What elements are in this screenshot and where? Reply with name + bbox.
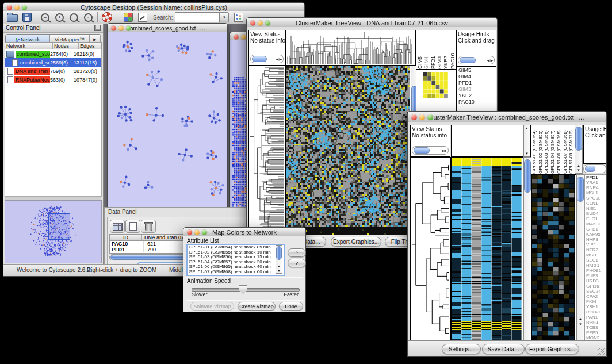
column-header[interactable]: Network <box>5 43 53 49</box>
save-session-button[interactable] <box>20 11 34 24</box>
zoom-out-button[interactable] <box>38 11 52 24</box>
close-button[interactable] <box>250 20 255 25</box>
zoom-button[interactable] <box>265 20 270 25</box>
settings-button[interactable]: Settings... <box>442 344 481 354</box>
scroll-up-icon[interactable]: ▲ <box>276 264 282 269</box>
scroll-left-icon[interactable]: ◀ <box>487 58 491 62</box>
scroll-up-icon[interactable]: ▲ <box>524 126 530 131</box>
close-button[interactable] <box>111 26 116 31</box>
gene-label[interactable]: SEC1 <box>585 258 606 263</box>
gene-label[interactable]: CPA2 <box>585 294 606 299</box>
slider-thumb[interactable] <box>239 285 247 294</box>
gene-label[interactable]: PAC10 <box>457 99 496 105</box>
save-data-button[interactable]: Save Data... <box>482 344 525 354</box>
gene-label[interactable]: NTR2 <box>585 247 606 252</box>
gene-label[interactable]: RNR4 <box>585 185 606 190</box>
gene-label[interactable]: PAN1 <box>585 315 606 320</box>
column-label[interactable]: GIM4 <box>423 31 430 69</box>
gene-label[interactable]: GIM3 <box>457 86 496 93</box>
gene-label[interactable]: YRA1 <box>585 180 606 185</box>
gene-label[interactable]: GIM5 <box>457 67 496 74</box>
zoom-button[interactable] <box>22 5 27 10</box>
network-tool-button[interactable] <box>231 11 246 24</box>
done-button[interactable]: Done <box>279 302 303 311</box>
new-attribute-button[interactable] <box>125 220 140 233</box>
zoom-button[interactable] <box>126 26 131 31</box>
scroll-right-icon[interactable]: ▶ <box>490 58 494 62</box>
birdseye-selection-rect[interactable] <box>48 213 70 240</box>
column-label[interactable]: GIM3 <box>437 31 443 69</box>
annotation-button[interactable] <box>135 11 150 24</box>
scroll-left-icon[interactable]: ◀ <box>276 57 280 61</box>
treeview2-titlebar[interactable]: ClusterMaker TreeView : combined_scores_… <box>407 111 607 123</box>
row-dendrogram-canvas[interactable] <box>411 158 449 340</box>
minimize-button[interactable] <box>419 114 425 120</box>
tv2-zoom-heatmap[interactable] <box>531 174 576 342</box>
gene-label[interactable]: SPC98 <box>585 196 606 201</box>
heatmap-canvas[interactable] <box>452 158 522 340</box>
tv2-zoom-scrollbar[interactable]: ▲ ▼ <box>576 174 584 342</box>
network-row[interactable]: DNA and Tran 07769(0)183728(0) <box>5 67 101 75</box>
scrollbar-thumb[interactable] <box>577 177 584 202</box>
network-row[interactable]: combined_scores2764(0)16218(0) <box>5 49 101 58</box>
attribute-item[interactable]: GPL51-07 (GSM868) heat shock 60 min <box>188 270 284 275</box>
attribute-list-scrollbar[interactable]: ▲ ▼ <box>276 245 282 274</box>
gene-label[interactable]: SEC24 <box>585 289 606 294</box>
float-panel-icon[interactable] <box>94 25 101 31</box>
column-header-id[interactable]: ID <box>110 235 142 240</box>
scroll-right-icon[interactable]: ▶ <box>444 148 448 152</box>
scroll-down-icon[interactable]: ▼ <box>577 322 584 327</box>
minimize-button[interactable] <box>118 26 124 31</box>
table-mode-button[interactable] <box>110 220 125 233</box>
scroll-down-icon[interactable]: ▼ <box>575 168 582 173</box>
close-button[interactable] <box>7 5 12 10</box>
gene-label[interactable]: FIG4 <box>585 299 606 304</box>
tv1-column-dendrogram[interactable] <box>285 30 416 66</box>
gene-label[interactable]: PFD1 <box>585 175 606 180</box>
column-label[interactable]: YKE2 <box>443 31 449 69</box>
tv1-status-scrollbar[interactable]: ◀ ▶ <box>250 55 284 63</box>
gene-label[interactable]: HMG1 <box>585 263 606 268</box>
tv1-usage-scrollbar[interactable]: ◀ ▶ <box>458 56 495 64</box>
help-button[interactable] <box>100 11 114 24</box>
gene-label[interactable]: PUF3 <box>585 273 606 278</box>
scroll-right-icon[interactable]: ▶ <box>279 57 283 61</box>
scrollbar-thumb[interactable] <box>575 127 582 151</box>
network-row[interactable]: RNAPuberNov2+563(0)107847(0) <box>5 75 101 84</box>
delete-attribute-button[interactable] <box>141 220 156 233</box>
tv2-usage-scrollbar[interactable] <box>583 164 606 173</box>
close-button[interactable] <box>187 229 192 235</box>
gene-label[interactable]: MAK31 <box>585 221 606 227</box>
scroll-up-icon[interactable]: ▲ <box>577 316 584 321</box>
gene-label[interactable]: CLN1 <box>585 201 606 206</box>
gene-label[interactable]: KAP95 <box>585 232 606 237</box>
tv1-heatmap[interactable] <box>285 66 412 237</box>
tv2-heatmap[interactable] <box>451 157 523 342</box>
scrollbar-thumb[interactable] <box>460 57 476 63</box>
gene-label[interactable]: BUD4 <box>585 211 606 216</box>
create-vizmap-button[interactable]: Create Vizmap <box>238 302 276 311</box>
scrollbar-thumb[interactable] <box>585 166 595 172</box>
minimize-button[interactable] <box>14 5 20 10</box>
column-label[interactable]: PAC10 <box>450 31 456 69</box>
gene-label[interactable]: YKE2 <box>457 93 496 99</box>
column-label[interactable]: GPL51-02 (GSM855) <box>538 126 544 174</box>
scrollbar-thumb[interactable] <box>276 246 282 260</box>
network-row[interactable]: combined_sco2569(6)13112(15) <box>5 58 101 67</box>
column-header[interactable]: Edges <box>79 43 101 49</box>
move-up-button[interactable]: ^ <box>288 248 306 257</box>
gene-label[interactable]: TCB3 <box>585 325 606 330</box>
scrollbar-thumb[interactable] <box>524 159 531 193</box>
tv2-column-dendrogram[interactable] <box>451 125 523 157</box>
tv2-heatmap-scrollbar[interactable] <box>523 157 531 342</box>
gene-label[interactable]: RPN1 <box>585 320 606 325</box>
gene-label[interactable]: MSL1 <box>585 190 606 196</box>
tv2-row-dendrogram[interactable] <box>410 157 451 342</box>
column-label[interactable]: PFD1 <box>430 31 437 69</box>
vizmapper-button[interactable] <box>121 11 135 24</box>
search-input[interactable] <box>175 12 220 22</box>
tv2-labels-scrollbar[interactable]: ▲ ▼ <box>575 125 583 174</box>
heatmap-canvas[interactable] <box>286 66 410 235</box>
column-label[interactable]: GPL51-07 (GSM868) <box>563 126 569 174</box>
gene-label[interactable]: MON2 <box>585 335 606 340</box>
